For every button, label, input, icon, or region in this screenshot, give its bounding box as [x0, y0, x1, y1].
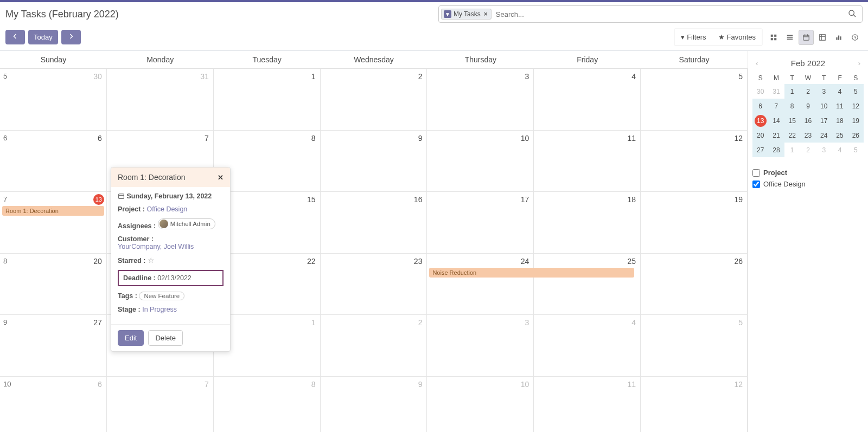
calendar-cell[interactable]: 1: [214, 69, 321, 131]
calendar-cell[interactable]: 17: [427, 192, 534, 254]
view-graph-button[interactable]: [831, 30, 846, 45]
mini-day[interactable]: 27: [752, 143, 768, 157]
mini-day[interactable]: 1: [784, 143, 800, 157]
calendar-cell[interactable]: 11: [534, 377, 641, 433]
calendar-cell[interactable]: 10: [427, 377, 534, 433]
mini-day[interactable]: 5: [848, 143, 864, 157]
calendar-cell[interactable]: 5: [641, 315, 748, 377]
calendar-cell[interactable]: 66: [0, 131, 107, 192]
assignee-chip[interactable]: Mitchell Admin: [158, 218, 215, 229]
mini-day[interactable]: 12: [848, 99, 864, 113]
view-activity-button[interactable]: [847, 30, 863, 45]
filters-button[interactable]: ▾ Filters: [675, 29, 712, 45]
mini-day[interactable]: 11: [832, 99, 847, 113]
mini-day[interactable]: 14: [768, 113, 784, 128]
mini-day[interactable]: 4: [832, 84, 847, 99]
mini-day[interactable]: 30: [752, 84, 768, 99]
calendar-cell[interactable]: 3: [427, 315, 534, 377]
popover-project-link[interactable]: Office Design: [147, 205, 188, 213]
calendar-cell[interactable]: 4: [534, 69, 641, 131]
star-outline-icon[interactable]: ☆: [148, 256, 155, 265]
delete-button[interactable]: Delete: [148, 330, 183, 346]
mini-day[interactable]: 28: [768, 143, 784, 157]
mini-day[interactable]: 19: [848, 113, 864, 128]
calendar-cell[interactable]: 820: [0, 254, 107, 315]
calendar-cell[interactable]: 713Room 1: Decoration: [0, 192, 107, 254]
calendar-cell[interactable]: 927: [0, 315, 107, 377]
calendar-cell[interactable]: 23: [321, 254, 427, 315]
calendar-cell[interactable]: 9: [321, 377, 427, 433]
calendar-cell[interactable]: 7: [107, 377, 214, 433]
calendar-cell[interactable]: 16: [321, 192, 427, 254]
calendar-cell[interactable]: 19: [641, 192, 748, 254]
search-input[interactable]: [492, 8, 843, 21]
next-button[interactable]: [61, 30, 81, 44]
mini-day[interactable]: 20: [752, 128, 768, 143]
mini-day[interactable]: 26: [848, 128, 864, 143]
calendar-cell[interactable]: 31: [107, 69, 214, 131]
legend-project[interactable]: Project: [752, 167, 864, 178]
mini-day[interactable]: 22: [784, 128, 800, 143]
calendar-cell[interactable]: 4: [534, 315, 641, 377]
mini-day[interactable]: 6: [752, 99, 768, 113]
view-list-button[interactable]: [782, 30, 797, 45]
view-pivot-button[interactable]: [815, 30, 830, 45]
filter-chip-mytasks[interactable]: ▼ My Tasks ×: [441, 9, 492, 20]
today-button[interactable]: Today: [28, 30, 58, 44]
calendar-cell[interactable]: 2: [321, 69, 427, 131]
mini-day[interactable]: 16: [800, 113, 816, 128]
mini-day[interactable]: 10: [816, 99, 832, 113]
mini-day[interactable]: 5: [848, 84, 864, 99]
mini-next-button[interactable]: ›: [855, 59, 864, 67]
calendar-cell[interactable]: 8: [214, 377, 321, 433]
mini-day[interactable]: 15: [784, 113, 800, 128]
mini-day[interactable]: 21: [768, 128, 784, 143]
tag-chip[interactable]: New Feature: [139, 292, 184, 300]
mini-day[interactable]: 13: [752, 113, 768, 128]
mini-day[interactable]: 2: [800, 84, 816, 99]
calendar-cell[interactable]: 18: [534, 192, 641, 254]
calendar-cell[interactable]: 12: [641, 377, 748, 433]
search-button[interactable]: [843, 9, 862, 20]
mini-day[interactable]: 25: [832, 128, 847, 143]
mini-day[interactable]: 1: [784, 84, 800, 99]
mini-day[interactable]: 3: [816, 143, 832, 157]
view-kanban-button[interactable]: [766, 30, 781, 45]
favorites-button[interactable]: ★ Favorites: [712, 29, 762, 45]
edit-button[interactable]: Edit: [118, 330, 144, 346]
mini-day[interactable]: 31: [768, 84, 784, 99]
calendar-cell[interactable]: 10: [427, 131, 534, 192]
mini-prev-button[interactable]: ‹: [752, 59, 761, 67]
calendar-cell[interactable]: 11: [534, 131, 641, 192]
calendar-cell[interactable]: 12: [641, 131, 748, 192]
calendar-cell[interactable]: 26: [641, 254, 748, 315]
close-icon[interactable]: ×: [483, 10, 489, 18]
mini-day[interactable]: 8: [784, 99, 800, 113]
mini-day[interactable]: 3: [816, 84, 832, 99]
prev-button[interactable]: [5, 30, 25, 44]
calendar-event[interactable]: Room 1: Decoration: [2, 206, 104, 216]
calendar-cell[interactable]: 3: [427, 69, 534, 131]
popover-customer-link[interactable]: YourCompany, Joel Willis: [118, 243, 194, 250]
calendar-cell[interactable]: 25: [534, 254, 641, 315]
mini-day[interactable]: 4: [832, 143, 847, 157]
deadline-input[interactable]: 02/13/2022: [157, 274, 192, 282]
popover-close-icon[interactable]: ✕: [218, 173, 224, 182]
mini-day[interactable]: 17: [816, 113, 832, 128]
stage-link[interactable]: In Progress: [142, 306, 177, 313]
mini-day[interactable]: 23: [800, 128, 816, 143]
calendar-cell[interactable]: 24Noise Reduction: [427, 254, 534, 315]
calendar-cell[interactable]: 530: [0, 69, 107, 131]
legend-office-design[interactable]: Office Design: [752, 178, 864, 190]
calendar-cell[interactable]: 9: [321, 131, 427, 192]
search-box[interactable]: ▼ My Tasks ×: [438, 5, 863, 23]
calendar-cell[interactable]: 5: [641, 69, 748, 131]
mini-day[interactable]: 24: [816, 128, 832, 143]
mini-day[interactable]: 9: [800, 99, 816, 113]
calendar-event[interactable]: Noise Reduction: [429, 268, 634, 278]
mini-day[interactable]: 2: [800, 143, 816, 157]
mini-day[interactable]: 7: [768, 99, 784, 113]
mini-day[interactable]: 18: [832, 113, 847, 128]
view-calendar-button[interactable]: [799, 30, 814, 45]
calendar-cell[interactable]: 2: [321, 315, 427, 377]
